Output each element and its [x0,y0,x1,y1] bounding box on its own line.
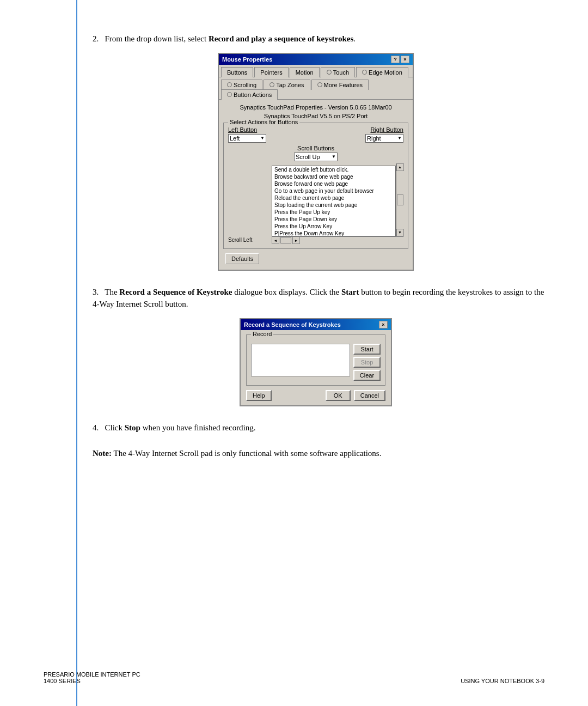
tab-motion-label: Motion [296,69,314,76]
listbox-scrollbar[interactable]: ▲ ▼ [396,163,403,236]
step-3-number: 3. [93,288,103,296]
tab-edge-motion[interactable]: Edge Motion [356,67,408,77]
step-3-middle: dialogue box displays. Click the [232,288,341,296]
scroll-up-arrow-icon[interactable]: ▲ [396,163,404,171]
list-item-2: Browse forward one web page [272,180,395,187]
ok-button[interactable]: OK [326,390,351,401]
touch-radio-icon [327,70,332,75]
listbox-col: Send a double left button click. Browse … [272,163,403,244]
tabs-row-2: Scrolling Tap Zones More Features Button… [219,77,413,100]
note-content: The 4-Way Internet Scroll pad is only fu… [112,449,381,458]
left-select-arrow-icon: ▼ [260,136,265,141]
right-button-select[interactable]: Right ▼ [365,134,403,143]
record-inner: Start Stop Clear [251,344,381,381]
step-3-text: 3. The Record a Sequence of Keystroke di… [87,286,544,311]
record-group-legend: Record [251,331,273,337]
step-2-block: 2. From the drop down list, select Recor… [87,33,544,271]
tab-edge-motion-label: Edge Motion [369,69,402,76]
step-2-number: 2. [93,34,103,43]
record-footer: Help OK Cancel [246,390,385,401]
note-text: Note: The 4-Way Internet Scroll pad is o… [93,449,544,458]
step-3-bold2: Start [341,288,359,296]
tab-more-features[interactable]: More Features [311,80,369,90]
tab-scrolling[interactable]: Scrolling [221,80,262,90]
record-keystroke-dialog: Record a Sequence of Keystrokes × Record… [240,318,392,406]
left-border [76,0,77,706]
mouse-properties-dialog: Mouse Properties ? × Buttons Pointers Mo… [218,53,414,271]
scroll-left-col: Scroll Left [228,163,272,244]
help-button-record[interactable]: Help [246,390,272,401]
edge-motion-radio-icon [362,70,367,75]
left-button-col: Left Button Left ▼ [228,126,266,143]
cancel-button[interactable]: Cancel [354,390,385,401]
list-area: Scroll Left Send a double left button cl… [228,163,403,244]
tab-buttons-label: Buttons [227,69,247,76]
tab-button-actions-label: Button Actions [234,92,272,98]
step-2-text: 2. From the drop down list, select Recor… [87,33,544,45]
tabs-row-1: Buttons Pointers Motion Touch Edge Motio… [219,65,413,77]
h-scroll-thumb[interactable] [280,237,291,244]
scroll-left-arrow-icon[interactable]: ◄ [272,236,279,244]
right-select-value: Right [367,135,381,142]
list-item-6: Press the Page Up key [272,209,395,216]
tab-more-features-label: More Features [324,82,363,88]
list-item-0: Send a double left button click. [272,166,395,173]
scroll-buttons-label: Scroll Buttons [297,145,334,151]
more-features-radio-icon [317,82,322,87]
clear-button[interactable]: Clear [353,370,381,381]
left-button-select[interactable]: Left ▼ [228,134,266,143]
list-item-1: Browse backward one web page [272,173,395,180]
tab-buttons[interactable]: Buttons [221,67,253,77]
footer-left-line2: 1400 Series [44,678,140,684]
scroll-right-arrow-icon[interactable]: ► [292,236,300,244]
tab-touch[interactable]: Touch [321,67,355,77]
record-footer-left: Help [246,390,272,401]
tab-tap-zones-label: Tap Zones [276,82,304,88]
tab-pointers-label: Pointers [260,69,282,76]
tab-scrolling-label: Scrolling [234,82,256,88]
defaults-button[interactable]: Defaults [225,253,259,264]
bottom-row: Defaults [223,252,408,265]
horizontal-scrollbar[interactable]: ◄ ► [272,236,403,244]
record-textarea[interactable] [251,344,350,376]
step-4-number: 4. [93,423,103,432]
record-close-button[interactable]: × [379,321,388,328]
group-legend: Select Actions for Buttons [228,119,299,125]
dialog-body: Synaptics TouchPad Properties - Version … [219,100,413,270]
tab-button-actions[interactable]: Button Actions [221,89,278,100]
step-4-block: 4. Click Stop when you have finished rec… [87,422,544,434]
stop-button[interactable]: Stop [353,357,381,368]
list-item-3: Go to a web page in your default browser [272,187,395,194]
tab-motion[interactable]: Motion [290,67,320,77]
tab-pointers[interactable]: Pointers [254,67,288,77]
start-button[interactable]: Start [353,344,381,355]
scroll-thumb[interactable] [397,194,403,205]
list-item-8: Press the Up Arrow Key [272,223,395,230]
scroll-down-arrow-icon[interactable]: ▼ [396,229,404,236]
actions-listbox[interactable]: Send a double left button click. Browse … [272,166,396,236]
step-4-before: Click [105,423,125,432]
step-3-bold1: Record a Sequence of Keystroke [119,288,232,296]
title-buttons: ? × [391,56,409,63]
tab-tap-zones[interactable]: Tap Zones [264,80,310,90]
note-label: Note: [93,449,112,458]
scrolling-radio-icon [227,82,232,87]
list-item-5: Stop loading the current web page [272,202,395,209]
footer-right: Using Your Notebook 3-9 [461,678,544,684]
list-item-9: P|Press the Down Arrow Key [272,230,395,236]
step-4-after: when you have finished recording. [140,423,256,432]
listbox-with-scrollbar: Send a double left button click. Browse … [272,163,403,236]
record-footer-right: OK Cancel [326,390,385,401]
dialog-title: Mouse Properties [222,56,272,63]
help-button[interactable]: ? [391,56,400,63]
step-4-text: 4. Click Stop when you have finished rec… [87,422,544,434]
tab-touch-label: Touch [333,69,349,76]
page-footer: Presario Mobile Internet PC 1400 Series … [44,671,544,684]
record-dialog-body: Record Start Stop Clear Help [241,330,391,405]
record-group-box: Record Start Stop Clear [246,334,385,386]
close-button[interactable]: × [401,56,409,63]
footer-left: Presario Mobile Internet PC 1400 Series [44,671,140,684]
list-item-7: Press the Page Down key [272,216,395,223]
button-actions-radio-icon [227,92,232,97]
scroll-up-select[interactable]: Scroll Up ▼ [294,153,338,161]
